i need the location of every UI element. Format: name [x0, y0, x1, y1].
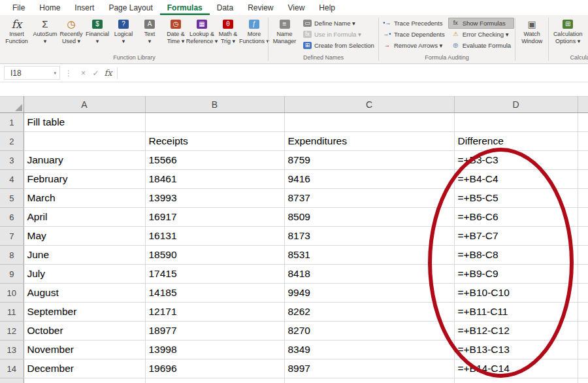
cell-A14[interactable]: December [24, 359, 145, 378]
column-header-D[interactable]: D [454, 97, 578, 113]
math-trig-button[interactable]: θMath &Trig ▾ [215, 16, 241, 54]
cell-C6[interactable]: 8509 [284, 208, 454, 227]
cell-A10[interactable]: August [24, 284, 145, 303]
cell-E6[interactable] [578, 208, 588, 227]
cell-C7[interactable]: 8173 [284, 227, 454, 246]
row-header-6[interactable]: 6 [0, 208, 24, 227]
cell-D14[interactable]: =+B14-C14 [454, 359, 578, 378]
cell-C13[interactable]: 8349 [284, 341, 454, 359]
cell-E12[interactable] [578, 322, 588, 341]
show-formulas-button[interactable]: fxShow Formulas [448, 18, 514, 29]
cell-D8[interactable]: =+B8-C8 [454, 246, 578, 265]
name-box[interactable]: I18 ▾ [4, 66, 60, 80]
formula-input[interactable] [122, 64, 588, 82]
column-header-partial[interactable] [578, 97, 588, 113]
cell-E10[interactable] [578, 284, 588, 303]
cell-C12[interactable]: 8270 [284, 322, 454, 341]
cell-B12[interactable]: 18977 [145, 322, 284, 341]
cell-A4[interactable]: February [24, 170, 145, 189]
cell-B7[interactable]: 16131 [145, 227, 284, 246]
cell-partial[interactable] [284, 378, 454, 383]
cell-D4[interactable]: =+B4-C4 [454, 170, 578, 189]
cell-E3[interactable] [578, 151, 588, 170]
cell-D12[interactable]: =+B12-C12 [454, 322, 578, 341]
cell-partial[interactable] [24, 378, 145, 383]
cell-D1[interactable] [454, 113, 578, 132]
row-header-2[interactable]: 2 [0, 132, 24, 151]
cell-D13[interactable]: =+B13-C13 [454, 341, 578, 359]
tab-formulas[interactable]: Formulas [160, 0, 210, 15]
calculation-options-button[interactable]: ⊞ Calculation Options ▾ [549, 16, 586, 54]
cell-B9[interactable]: 17415 [145, 265, 284, 284]
cell-C9[interactable]: 8418 [284, 265, 454, 284]
cell-E13[interactable] [578, 341, 588, 359]
row-header-4[interactable]: 4 [0, 170, 24, 189]
cell-D7[interactable]: =+B7-C7 [454, 227, 578, 246]
cell-C10[interactable]: 9949 [284, 284, 454, 303]
cell-D6[interactable]: =+B6-C6 [454, 208, 578, 227]
tab-page-layout[interactable]: Page Layout [101, 0, 159, 15]
cell-B4[interactable]: 18461 [145, 170, 284, 189]
cell-C3[interactable]: 8759 [284, 151, 454, 170]
row-header-5[interactable]: 5 [0, 189, 24, 208]
cancel-icon[interactable]: × [77, 69, 90, 78]
column-header-A[interactable]: A [24, 97, 145, 113]
row-header-7[interactable]: 7 [0, 227, 24, 246]
cell-A2[interactable] [24, 132, 145, 151]
tab-review[interactable]: Review [240, 0, 280, 15]
create-from-selection-button[interactable]: ⊞Create from Selection [300, 40, 378, 51]
cell-C5[interactable]: 8737 [284, 189, 454, 208]
cell-B13[interactable]: 13998 [145, 341, 284, 359]
cell-C8[interactable]: 8531 [284, 246, 454, 265]
name-manager-button[interactable]: ≡ Name Manager [269, 16, 300, 54]
date-time-button[interactable]: ◷Date &Time ▾ [163, 16, 189, 54]
more-functions-button[interactable]: ƒMoreFunctions ▾ [241, 16, 267, 54]
cell-A5[interactable]: March [24, 189, 145, 208]
cell-partial[interactable] [578, 378, 588, 383]
cell-A6[interactable]: April [24, 208, 145, 227]
watch-window-button[interactable]: ▣ Watch Window [516, 16, 547, 54]
cell-E2[interactable] [578, 132, 588, 151]
cell-E1[interactable] [578, 113, 588, 132]
trace-dependents-button[interactable]: →•Trace Dependents [380, 29, 448, 40]
row-header-15-partial[interactable] [0, 378, 24, 383]
remove-arrows-button[interactable]: →Remove Arrows ▾ [380, 40, 448, 51]
cell-E9[interactable] [578, 265, 588, 284]
cell-A9[interactable]: July [24, 265, 145, 284]
cell-C1[interactable] [284, 113, 454, 132]
cell-partial[interactable] [145, 378, 284, 383]
row-header-10[interactable]: 10 [0, 284, 24, 303]
cell-A3[interactable]: January [24, 151, 145, 170]
row-header-12[interactable]: 12 [0, 322, 24, 341]
column-header-C[interactable]: C [284, 97, 454, 113]
cell-D9[interactable]: =+B9-C9 [454, 265, 578, 284]
row-header-14[interactable]: 14 [0, 359, 24, 378]
cell-D11[interactable]: =+B11-C11 [454, 303, 578, 322]
tab-data[interactable]: Data [210, 0, 240, 15]
recently-used-button[interactable]: ◷RecentlyUsed ▾ [58, 16, 84, 54]
cell-B10[interactable]: 14185 [145, 284, 284, 303]
cell-D10[interactable]: =+B10-C10 [454, 284, 578, 303]
autosum-button[interactable]: ΣAutoSum▾ [32, 16, 58, 54]
text-button[interactable]: AText▾ [137, 16, 163, 54]
tab-file[interactable]: File [5, 0, 32, 15]
select-all-corner[interactable] [0, 97, 24, 113]
cell-B3[interactable]: 15566 [145, 151, 284, 170]
cell-E8[interactable] [578, 246, 588, 265]
cell-partial[interactable] [454, 378, 578, 383]
row-header-11[interactable]: 11 [0, 303, 24, 322]
row-header-8[interactable]: 8 [0, 246, 24, 265]
use-in-formula-button[interactable]: fxUse in Formula ▾ [300, 29, 378, 40]
tab-home[interactable]: Home [32, 0, 67, 15]
cell-A11[interactable]: September [24, 303, 145, 322]
name-box-dropdown-icon[interactable]: ▾ [54, 71, 56, 76]
tab-view[interactable]: View [281, 0, 312, 15]
error-checking-button[interactable]: ⚠Error Checking ▾ [448, 29, 514, 40]
cell-B8[interactable]: 18590 [145, 246, 284, 265]
tab-help[interactable]: Help [312, 0, 342, 15]
cell-D5[interactable]: =+B5-C5 [454, 189, 578, 208]
financial-button[interactable]: $Financial▾ [84, 16, 110, 54]
enter-icon[interactable]: ✓ [90, 69, 102, 78]
cell-A12[interactable]: October [24, 322, 145, 341]
cell-D2[interactable]: Difference [454, 132, 578, 151]
